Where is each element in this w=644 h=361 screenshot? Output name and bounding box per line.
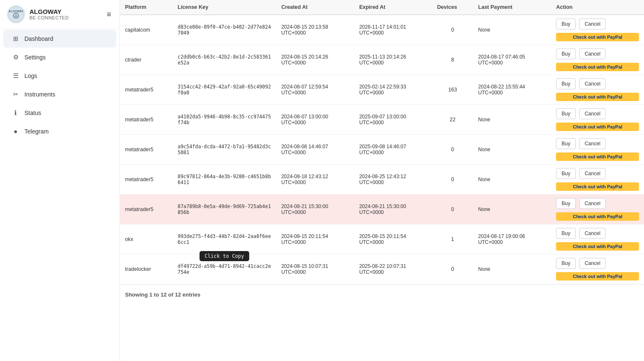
logo-icon: ALGOWAY	[7, 5, 25, 24]
sidebar-item-settings[interactable]: ⚙ Settings	[3, 48, 116, 66]
sidebar-label-logs: Logs	[24, 72, 37, 79]
content-area: Platform License Key Created At Expired …	[120, 0, 644, 305]
expired-at-cell: 2024-08-25 12:43:12UTC+0000	[354, 165, 432, 195]
buy-button[interactable]: Buy	[556, 198, 576, 209]
table-row: ctraderc2ddb0c6-b63c-42b2-8e1d-2c583361e…	[120, 45, 644, 75]
sidebar-item-logs[interactable]: ☰ Logs	[3, 67, 116, 85]
paypal-pay: Pay	[607, 64, 615, 70]
sidebar-header: ALGOWAY ALGOWAY BE CONNECTED ≡	[0, 0, 120, 29]
platform-cell: metatrader5	[120, 105, 173, 135]
cancel-button[interactable]: Cancel	[579, 258, 606, 269]
license-key-cell[interactable]: df49722d-a59b-4d71-8942-41cacc2e754e	[173, 254, 276, 284]
buy-button[interactable]: Buy	[556, 78, 576, 89]
logs-icon: ☰	[12, 72, 19, 80]
sidebar-item-telegram[interactable]: ● Telegram	[3, 123, 116, 140]
cancel-button[interactable]: Cancel	[579, 19, 606, 29]
action-cell: Buy Cancel Check out with PayPal	[551, 254, 644, 284]
buy-button[interactable]: Buy	[556, 48, 576, 59]
paypal-pay: Pay	[607, 274, 615, 279]
expired-at-cell: 2025-11-13 20:14:26UTC+0000	[354, 45, 432, 75]
action-cell: Buy Cancel Check out with PayPal	[551, 225, 644, 254]
devices-cell: 0	[432, 135, 473, 165]
action-cell: Buy Cancel Check out with PayPal	[551, 45, 644, 75]
license-key-cell[interactable]: a4102da5-9946-4b98-8c35-cc974475f74b	[173, 105, 276, 135]
paypal-label: Check out with	[573, 94, 607, 99]
paypal-label: Check out with	[573, 184, 607, 189]
action-row: Buy Cancel	[556, 78, 639, 89]
platform-cell: metatrader5	[120, 75, 173, 105]
action-row: Buy Cancel	[556, 138, 639, 149]
devices-cell: 1	[432, 225, 473, 254]
paypal-pay: Pay	[607, 214, 615, 219]
paypal-label: Check out with	[573, 214, 607, 219]
paypal-button[interactable]: Check out with PayPal	[556, 93, 639, 101]
paypal-button[interactable]: Check out with PayPal	[556, 63, 639, 71]
license-key-cell[interactable]: d83ce08e-09f0-47ce-b402-2d77e8247049	[173, 15, 276, 45]
action-cell: Buy Cancel Check out with PayPal	[551, 75, 644, 105]
license-key-cell[interactable]: 87a789b8-0e5a-49de-9d69-725ab4e1856b	[173, 195, 276, 225]
last-payment-cell: 2024-08-17 19:00:06UTC+0000	[473, 225, 551, 254]
cancel-button[interactable]: Cancel	[579, 198, 606, 209]
sidebar-item-status[interactable]: ℹ Status	[3, 104, 116, 122]
paypal-label: Check out with	[573, 274, 607, 279]
license-tooltip-wrapper: 3154cc42-0429-42af-92a0-65c49092f0a0	[178, 84, 271, 96]
action-inner: Buy Cancel Check out with PayPal	[556, 48, 639, 71]
buy-button[interactable]: Buy	[556, 138, 576, 149]
action-row: Buy Cancel	[556, 108, 639, 119]
cancel-button[interactable]: Cancel	[579, 138, 606, 149]
paypal-button[interactable]: Check out with PayPal	[556, 242, 639, 251]
status-icon: ℹ	[12, 109, 19, 117]
paypal-button[interactable]: Check out with PayPal	[556, 152, 639, 161]
license-key-cell[interactable]: 3154cc42-0429-42af-92a0-65c49092f0a0	[173, 75, 276, 105]
paypal-pal: Pal	[615, 94, 623, 99]
created-at-cell: 2024-08-08 14:46:07UTC+0000	[276, 135, 354, 165]
paypal-button[interactable]: Check out with PayPal	[556, 182, 639, 191]
expired-at-cell: 2025-09-07 13:00:00UTC+0000	[354, 105, 432, 135]
sidebar-label-dashboard: Dashboard	[24, 35, 53, 42]
license-tooltip-wrapper: 87a789b8-0e5a-49de-9d69-725ab4e1856b	[178, 203, 271, 215]
license-key-cell[interactable]: 89c97812-864a-4e3b-9280-c4651b8b6411	[173, 165, 276, 195]
paypal-button[interactable]: Check out with PayPal	[556, 123, 639, 131]
buy-button[interactable]: Buy	[556, 19, 576, 29]
sidebar-nav: ⊞ Dashboard ⚙ Settings ☰ Logs ✂ Instrume…	[0, 29, 120, 141]
cancel-button[interactable]: Cancel	[579, 168, 606, 179]
license-tooltip-wrapper: d83ce08e-09f0-47ce-b402-2d77e8247049	[178, 24, 271, 36]
buy-button[interactable]: Buy	[556, 228, 576, 239]
license-key-cell[interactable]: 993de275-f4d3-44b7-82d4-2aa8f6ee6cc1Clic…	[173, 225, 276, 254]
hamburger-button[interactable]: ≡	[105, 8, 113, 21]
cancel-button[interactable]: Cancel	[579, 228, 606, 239]
action-inner: Buy Cancel Check out with PayPal	[556, 258, 639, 281]
platform-cell: metatrader5	[120, 135, 173, 165]
paypal-button[interactable]: Check out with PayPal	[556, 212, 639, 221]
main-content: Platform License Key Created At Expired …	[120, 0, 644, 361]
license-tooltip-wrapper: a9c54fda-dcda-4472-b7a1-95482d3c5081	[178, 144, 271, 155]
action-inner: Buy Cancel Check out with PayPal	[556, 168, 639, 191]
table-row: tradelockerdf49722d-a59b-4d71-8942-41cac…	[120, 254, 644, 284]
paypal-button[interactable]: Check out with PayPal	[556, 33, 639, 41]
buy-button[interactable]: Buy	[556, 108, 576, 119]
action-cell: Buy Cancel Check out with PayPal	[551, 195, 644, 225]
cancel-button[interactable]: Cancel	[579, 48, 606, 59]
paypal-pay: Pay	[607, 184, 615, 189]
buy-button[interactable]: Buy	[556, 168, 576, 179]
license-key-cell[interactable]: c2ddb0c6-b63c-42b2-8e1d-2c583361e52a	[173, 45, 276, 75]
paypal-pay: Pay	[607, 35, 615, 40]
paypal-label: Check out with	[573, 35, 607, 40]
paypal-pay: Pay	[607, 124, 615, 129]
cancel-button[interactable]: Cancel	[579, 108, 606, 119]
action-row: Buy Cancel	[556, 198, 639, 209]
devices-cell: 0	[432, 15, 473, 45]
sidebar-item-dashboard[interactable]: ⊞ Dashboard	[3, 30, 116, 48]
buy-button[interactable]: Buy	[556, 258, 576, 269]
action-inner: Buy Cancel Check out with PayPal	[556, 78, 639, 101]
cancel-button[interactable]: Cancel	[579, 78, 606, 89]
license-tooltip-wrapper: df49722d-a59b-4d71-8942-41cacc2e754e	[178, 263, 271, 275]
last-payment-cell: None	[473, 165, 551, 195]
paypal-pal: Pal	[615, 124, 623, 129]
license-key-cell[interactable]: a9c54fda-dcda-4472-b7a1-95482d3c5081	[173, 135, 276, 165]
paypal-button[interactable]: Check out with PayPal	[556, 272, 639, 281]
paypal-pal: Pal	[615, 64, 623, 70]
sidebar-item-instruments[interactable]: ✂ Instruments	[3, 86, 116, 103]
created-at-cell: 2024-08-07 13:00:00UTC+0000	[276, 105, 354, 135]
created-at-cell: 2024-08-07 12:59:54UTC+0000	[276, 75, 354, 105]
